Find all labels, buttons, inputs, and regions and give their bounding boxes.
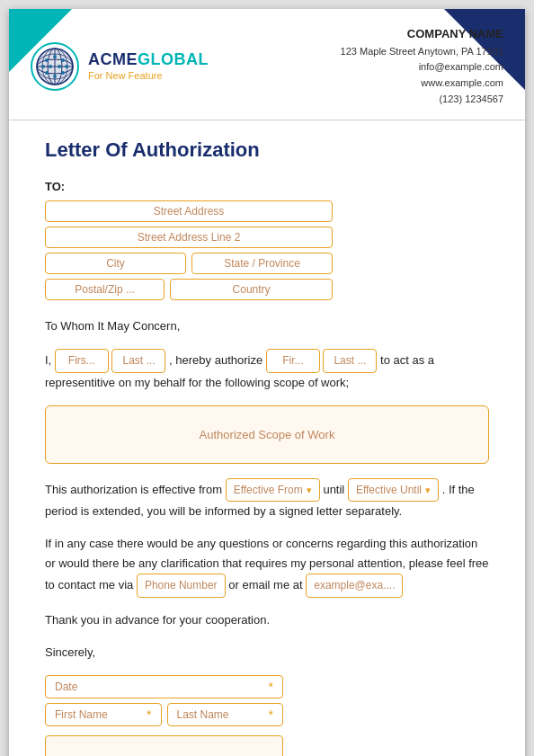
company-phone: (123) 1234567 [341,92,503,108]
signature-block: Date * First Name * Last Name * Sender S… [45,675,489,756]
postal-field[interactable]: Postal/Zip ... [45,279,165,300]
svg-point-11 [41,65,45,68]
globe-icon [34,46,76,87]
last-name-sig-label: Last Name [177,708,229,721]
sincerely-text: Sincerely, [45,643,489,663]
authorizer-first-name-field[interactable]: Firs... [55,349,109,372]
greeting: To Whom It May Concern, [45,316,489,336]
city-state-row: City State / Province [45,253,333,274]
effective-from-label: Effective From [234,481,303,499]
date-label: Date [55,680,77,693]
contact-paragraph: If in any case there would be any questi… [45,534,489,598]
last-name-required-marker: * [269,707,273,722]
effective-until-label: Effective Until [356,481,422,499]
country-field[interactable]: Country [170,279,333,300]
date-field[interactable]: Date * [45,675,283,698]
svg-point-13 [58,65,61,68]
logo-circle [31,42,79,91]
street-address-line2-field[interactable]: Street Address Line 2 [45,227,333,248]
logo-text: ACMEGLOBAL For New Feature [88,51,209,82]
city-field[interactable]: City [45,253,186,274]
thank-you-text: Thank you in advance for your cooperatio… [45,610,489,630]
effective-from-field[interactable]: Effective From ▾ [226,478,320,502]
phone-number-field[interactable]: Phone Number [137,574,226,597]
logo-area: ACMEGLOBAL For New Feature [31,42,209,91]
logo-acme-text: ACME [88,50,138,68]
representative-first-name-field[interactable]: Fir... [266,349,320,372]
calendar-icon: ▾ [307,482,312,499]
svg-point-14 [65,65,68,68]
svg-point-15 [45,71,49,75]
effective-text-2: until [323,482,344,495]
calendar-until-icon: ▾ [425,482,431,499]
svg-point-16 [53,75,57,78]
svg-point-12 [49,65,52,68]
address-block: Street Address Street Address Line 2 Cit… [45,200,333,300]
logo-global-text: GLOBAL [138,50,209,68]
to-label: TO: [45,180,489,193]
name-row: First Name * Last Name * [45,703,283,731]
company-website: www.example.com [341,76,503,92]
letter-content: Letter Of Authorization TO: Street Addre… [9,120,525,756]
authorizer-last-name-field[interactable]: Last ... [111,349,165,372]
company-email: info@example.com [341,59,503,76]
first-name-required-marker: * [147,707,151,722]
effective-paragraph: This authorization is effective from Eff… [45,478,489,521]
email-field[interactable]: example@exa.... [306,574,403,597]
date-required-marker: * [269,680,273,694]
page: ACMEGLOBAL For New Feature COMPANY NAME … [9,9,525,756]
sender-signature-area[interactable]: Sender Signature * [45,735,283,756]
svg-point-10 [61,58,65,62]
company-info: COMPANY NAME 123 Maple Street Anytown, P… [341,25,503,107]
logo-subtitle: For New Feature [88,70,209,81]
svg-point-8 [45,58,49,62]
svg-point-17 [61,71,65,75]
postal-country-row: Postal/Zip ... Country [45,279,333,300]
company-name: COMPANY NAME [341,25,503,44]
representative-last-name-field[interactable]: Last ... [323,349,377,372]
authorize-paragraph: I, Firs... Last ... , hereby authorize F… [45,349,489,392]
effective-text-1: This authorization is effective from [45,482,222,495]
authorize-text-2: , hereby authorize [169,353,263,367]
scope-of-work-field[interactable]: Authorized Scope of Work [45,405,489,464]
last-name-sig-field[interactable]: Last Name * [167,703,284,726]
effective-until-field[interactable]: Effective Until ▾ [348,478,439,502]
letter-title: Letter Of Authorization [45,138,489,162]
street-address-field[interactable]: Street Address [45,200,333,222]
header: ACMEGLOBAL For New Feature COMPANY NAME … [9,9,525,120]
contact-text-2: or email me at [228,578,302,591]
svg-point-9 [53,55,57,58]
logo-acme-global: ACMEGLOBAL [88,51,209,69]
company-address: 123 Maple Street Anytown, PA 17101 [341,44,503,60]
first-name-sig-field[interactable]: First Name * [45,703,162,726]
state-field[interactable]: State / Province [191,253,333,274]
first-name-sig-label: First Name [55,708,108,721]
authorize-text-1: I, [45,353,51,367]
